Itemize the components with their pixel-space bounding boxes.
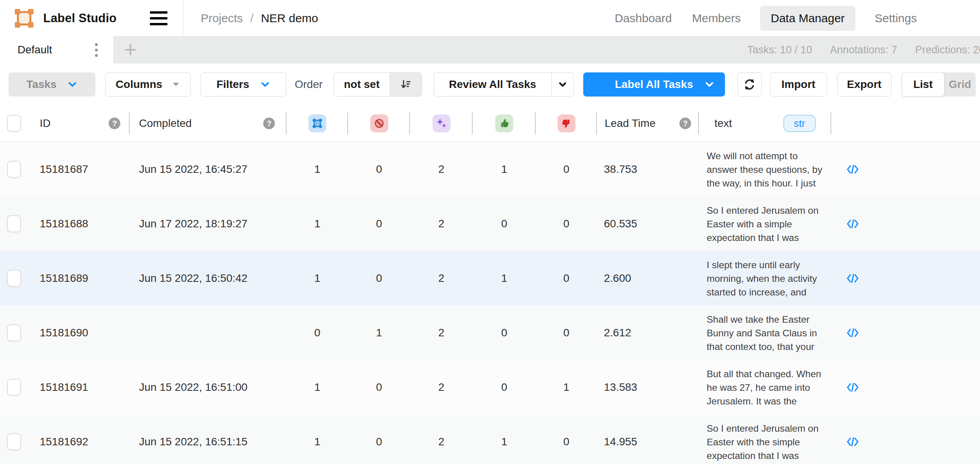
data-manager-toolbar: Tasks Columns Filters Order not set Revi… xyxy=(0,63,980,105)
task-cancelled-count: 0 xyxy=(348,218,410,230)
thumbs-up-icon xyxy=(495,114,513,132)
review-all-tasks-button[interactable]: Review All Tasks xyxy=(434,72,574,97)
task-completed-date: Jun 15 2022, 16:45:27 xyxy=(130,163,287,176)
top-nav: Label Studio Projects / NER demo Dashboa… xyxy=(0,0,980,36)
task-id: 15181689 xyxy=(31,272,130,285)
task-id: 15181687 xyxy=(31,163,130,176)
task-row[interactable]: 15181692 Jun 15 2022, 16:51:15 1 0 2 1 0… xyxy=(0,415,980,464)
tasks-dropdown-button[interactable]: Tasks xyxy=(9,72,95,97)
column-header-annotations[interactable] xyxy=(287,105,348,142)
row-checkbox[interactable] xyxy=(7,270,21,287)
task-predictions-count: 2 xyxy=(410,381,473,394)
column-lead-time-label: Lead Time xyxy=(605,117,656,130)
hamburger-menu-icon[interactable] xyxy=(150,11,167,25)
nav-item-members[interactable]: Members xyxy=(691,6,741,31)
task-accepted-count: 0 xyxy=(473,327,536,339)
code-icon[interactable] xyxy=(846,217,859,230)
task-accepted-count: 0 xyxy=(473,381,536,394)
breadcrumb: Projects / NER demo xyxy=(201,12,318,25)
stat-annotations: Annotations: 7 xyxy=(830,44,897,56)
filters-dropdown-button[interactable]: Filters xyxy=(201,72,286,97)
order-value-button[interactable]: not set xyxy=(334,72,422,97)
view-mode-toggle: List Grid xyxy=(902,72,976,97)
column-header-id[interactable]: ID ? xyxy=(31,105,130,142)
task-rejected-count: 0 xyxy=(536,272,597,285)
row-checkbox[interactable] xyxy=(7,161,21,178)
task-source-cell xyxy=(831,326,874,339)
task-row[interactable]: 15181690 0 1 2 0 0 2.612 Shall we take t… xyxy=(0,306,980,360)
column-text-label: text xyxy=(714,117,732,130)
help-icon[interactable]: ? xyxy=(109,118,120,129)
task-accepted-count: 1 xyxy=(473,272,536,285)
code-icon[interactable] xyxy=(846,326,859,339)
column-header-cancelled[interactable] xyxy=(348,105,410,142)
column-header-predictions[interactable] xyxy=(410,105,473,142)
row-checkbox-cell xyxy=(0,379,31,396)
view-toggle-grid[interactable]: Grid xyxy=(945,78,976,91)
select-all-checkbox[interactable] xyxy=(7,115,21,132)
help-icon[interactable]: ? xyxy=(263,118,275,129)
code-icon[interactable] xyxy=(846,272,859,285)
breadcrumb-projects-link[interactable]: Projects xyxy=(201,12,243,25)
select-all-cell xyxy=(0,105,31,142)
task-row[interactable]: 15181691 Jun 15 2022, 16:51:00 1 0 2 0 1… xyxy=(0,360,980,415)
thumbs-down-icon xyxy=(558,114,575,132)
row-checkbox-cell xyxy=(0,433,31,450)
task-text-cell: Shall we take the Easter Bunny and Santa… xyxy=(699,313,831,353)
code-icon[interactable] xyxy=(846,381,859,394)
tab-default[interactable]: Default xyxy=(0,36,113,63)
review-dropdown-toggle[interactable] xyxy=(552,80,574,89)
columns-dropdown-button[interactable]: Columns xyxy=(105,72,191,97)
import-label: Import xyxy=(781,78,815,91)
breadcrumb-separator: / xyxy=(250,12,253,25)
task-rejected-count: 0 xyxy=(536,436,597,448)
project-stats: Tasks: 10 / 10 Annotations: 7 Prediction… xyxy=(747,44,980,56)
label-all-dropdown-toggle[interactable] xyxy=(704,79,714,90)
chevron-down-icon xyxy=(260,79,270,90)
code-icon[interactable] xyxy=(846,163,859,176)
task-source-cell xyxy=(831,381,874,394)
task-text-snippet: I slept there until early morning, when … xyxy=(707,258,830,299)
add-tab-button[interactable] xyxy=(123,43,137,57)
task-lead-time: 14.955 xyxy=(597,436,699,448)
view-toggle-list[interactable]: List xyxy=(902,72,945,97)
task-lead-time: 2.600 xyxy=(597,272,699,285)
refresh-button[interactable] xyxy=(737,72,762,97)
task-predictions-count: 2 xyxy=(410,436,473,448)
task-accepted-count: 1 xyxy=(473,163,536,176)
stat-predictions: Predictions: 20 xyxy=(915,44,980,56)
row-checkbox[interactable] xyxy=(7,433,21,450)
column-header-rejected[interactable] xyxy=(536,105,597,142)
label-studio-logo-icon[interactable] xyxy=(14,8,35,29)
row-checkbox[interactable] xyxy=(7,215,21,232)
columns-dropdown-label: Columns xyxy=(116,78,162,91)
export-button[interactable]: Export xyxy=(837,72,892,97)
tab-options-kebab-icon[interactable] xyxy=(93,42,99,58)
column-header-text[interactable]: text str xyxy=(699,105,831,142)
order-value: not set xyxy=(334,78,390,91)
chevron-down-icon xyxy=(558,80,567,89)
column-header-lead-time[interactable]: Lead Time ? xyxy=(597,105,699,142)
task-completed-date: Jun 15 2022, 16:51:15 xyxy=(130,436,287,448)
column-header-completed[interactable]: Completed ? xyxy=(130,105,287,142)
label-all-tasks-button[interactable]: Label All Tasks xyxy=(583,72,725,97)
task-row[interactable]: 15181688 Jun 17 2022, 18:19:27 1 0 2 0 0… xyxy=(0,197,980,251)
row-checkbox-cell xyxy=(0,215,31,232)
row-checkbox[interactable] xyxy=(7,379,21,396)
predictions-sparkles-icon xyxy=(433,114,450,132)
column-header-accepted[interactable] xyxy=(473,105,536,142)
task-row[interactable]: 15181689 Jun 15 2022, 16:50:42 1 0 2 1 0… xyxy=(0,251,980,306)
task-text-cell: We will not attempt to answer these ques… xyxy=(699,149,831,190)
sort-direction-button[interactable] xyxy=(390,73,422,96)
import-button[interactable]: Import xyxy=(770,72,827,97)
row-checkbox[interactable] xyxy=(7,324,21,341)
help-icon[interactable]: ? xyxy=(679,118,691,129)
task-row[interactable]: 15181687 Jun 15 2022, 16:45:27 1 0 2 1 0… xyxy=(0,142,980,197)
task-cancelled-count: 0 xyxy=(348,436,410,448)
breadcrumb-current-project: NER demo xyxy=(261,12,318,25)
code-icon[interactable] xyxy=(846,435,859,448)
nav-item-dashboard[interactable]: Dashboard xyxy=(614,6,673,31)
nav-item-settings[interactable]: Settings xyxy=(874,6,918,31)
nav-item-data-manager[interactable]: Data Manager xyxy=(760,6,855,31)
task-annotations-count: 0 xyxy=(287,327,348,339)
